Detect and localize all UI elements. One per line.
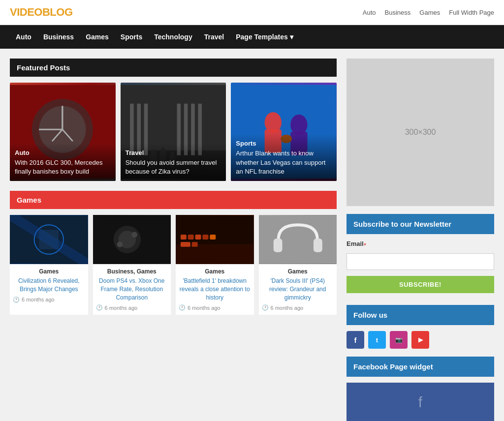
top-nav-business[interactable]: Business (385, 9, 411, 16)
featured-section: Featured Posts (10, 59, 337, 181)
facebook-widget-header: Facebook Page widget (346, 357, 494, 377)
youtube-button[interactable]: ▶ (411, 331, 429, 349)
featured-grid: Auto With 2016 GLC 300, Mercedes finally… (10, 83, 337, 181)
game-title-2[interactable]: 'Battlefield 1' breakdown reveals a clos… (179, 277, 251, 301)
ad-placeholder: 300×300 (346, 59, 494, 206)
featured-item-sports[interactable]: Sports Arthur Blank wants to know whethe… (231, 83, 337, 181)
svg-rect-31 (176, 244, 254, 264)
svg-rect-36 (210, 235, 216, 240)
nav-page-templates-label: Page Templates (236, 33, 288, 41)
featured-cat-sports: Sports (236, 140, 332, 147)
chevron-down-icon: ▾ (290, 33, 293, 41)
game-thumb-1 (93, 215, 171, 264)
game-time-0: 🕐 6 months ago (13, 297, 85, 303)
logo: VIDEOBLOG (10, 6, 73, 19)
game-cat-1: Business, Games (96, 268, 168, 275)
clock-icon-2: 🕐 (179, 304, 186, 311)
svg-rect-37 (181, 242, 190, 247)
game-thumb-0 (10, 215, 88, 264)
top-nav: Auto Business Games Full Width Page (363, 9, 494, 16)
svg-rect-32 (181, 235, 187, 240)
game-item-2[interactable]: Games 'Battlefield 1' breakdown reveals … (176, 215, 254, 315)
game-time-3: 🕐 6 months ago (262, 304, 334, 311)
main-container: Featured Posts (0, 49, 504, 421)
instagram-button[interactable]: 📷 (390, 331, 408, 349)
email-input[interactable] (346, 253, 494, 270)
game-cat-0: Games (13, 268, 85, 275)
nav-games[interactable]: Games (80, 25, 115, 49)
game-img-svg-2 (176, 215, 254, 264)
subscribe-button[interactable]: SUBSCRIBE! (346, 276, 494, 293)
game-time-2: 🕐 6 months ago (179, 304, 251, 311)
game-cat-2: Games (179, 268, 251, 275)
featured-title-auto: With 2016 GLC 300, Mercedes finally bani… (15, 158, 111, 176)
top-nav-full-width[interactable]: Full Width Page (449, 9, 494, 16)
svg-rect-40 (273, 239, 282, 252)
nav-technology[interactable]: Technology (148, 25, 198, 49)
game-img-svg-1 (93, 215, 171, 264)
ad-size-label: 300×300 (405, 128, 436, 137)
game-cat-3: Games (262, 268, 334, 275)
featured-header: Featured Posts (10, 59, 337, 77)
logo-text2: BLOG (42, 6, 73, 18)
clock-icon-3: 🕐 (262, 304, 269, 311)
featured-overlay-sports: Sports Arthur Blank wants to know whethe… (231, 134, 337, 181)
game-item-1[interactable]: Business, Games Doom PS4 vs. Xbox One Fr… (93, 215, 171, 315)
game-thumb-2 (176, 215, 254, 264)
top-nav-games[interactable]: Games (419, 9, 440, 16)
logo-text1: VIDEO (10, 6, 42, 18)
social-icons: f t 📷 ▶ (346, 331, 494, 349)
games-header: Games (10, 191, 337, 209)
sidebar: 300×300 Subscribe to our Newsletter Emai… (346, 59, 494, 421)
nav-sports[interactable]: Sports (115, 25, 148, 49)
game-item-3[interactable]: Games 'Dark Souls III' (PS4) review: Gra… (259, 215, 337, 315)
clock-icon-1: 🕐 (96, 304, 103, 311)
subscribe-header: Subscribe to our Newsletter (346, 214, 494, 234)
email-label: Email (346, 240, 364, 247)
main-nav: Auto Business Games Sports Technology Tr… (0, 25, 504, 49)
svg-rect-35 (202, 235, 208, 240)
required-star: * (364, 241, 366, 249)
game-time-1: 🕐 6 months ago (96, 304, 168, 311)
games-grid: Games Civilization 6 Revealed, Brings Ma… (10, 215, 337, 315)
nav-travel[interactable]: Travel (198, 25, 230, 49)
top-nav-auto[interactable]: Auto (363, 9, 376, 16)
svg-rect-39 (259, 215, 337, 264)
svg-rect-38 (192, 242, 198, 247)
featured-cat-auto: Auto (15, 149, 111, 156)
game-title-0[interactable]: Civilization 6 Revealed, Brings Major Ch… (13, 277, 85, 294)
nav-auto[interactable]: Auto (10, 25, 37, 49)
game-title-3[interactable]: 'Dark Souls III' (PS4) review: Grandeur … (262, 277, 334, 301)
featured-overlay-travel: Travel Should you avoid summer travel be… (121, 143, 226, 181)
games-section: Games Games Civilization 6 Revealed, Bri (10, 191, 337, 315)
featured-item-auto[interactable]: Auto With 2016 GLC 300, Mercedes finally… (10, 83, 116, 181)
game-img-svg-0 (10, 215, 88, 264)
top-bar: VIDEOBLOG Auto Business Games Full Width… (0, 0, 504, 25)
facebook-widget-preview: f (346, 383, 494, 421)
follow-header: Follow us (346, 305, 494, 325)
svg-rect-41 (313, 239, 322, 252)
nav-business[interactable]: Business (37, 25, 80, 49)
game-title-1[interactable]: Doom PS4 vs. Xbox One Frame Rate, Resolu… (96, 277, 168, 301)
facebook-button[interactable]: f (346, 331, 364, 349)
game-item-0[interactable]: Games Civilization 6 Revealed, Brings Ma… (10, 215, 88, 315)
featured-title-sports: Arthur Blank wants to know whether Las V… (236, 149, 332, 176)
game-thumb-3 (259, 215, 337, 264)
game-time-text-0: 6 months ago (22, 297, 55, 302)
game-info-3: Games 'Dark Souls III' (PS4) review: Gra… (259, 264, 337, 315)
game-time-text-2: 6 months ago (188, 305, 220, 311)
clock-icon-0: 🕐 (13, 297, 20, 303)
svg-point-29 (117, 241, 123, 247)
game-info-1: Business, Games Doom PS4 vs. Xbox One Fr… (93, 264, 171, 315)
twitter-button[interactable]: t (368, 331, 386, 349)
game-info-2: Games 'Battlefield 1' breakdown reveals … (176, 264, 254, 315)
game-time-text-3: 6 months ago (271, 305, 304, 311)
nav-page-templates[interactable]: Page Templates ▾ (230, 25, 299, 49)
game-time-text-1: 6 months ago (105, 305, 138, 311)
featured-item-travel[interactable]: Travel Should you avoid summer travel be… (121, 83, 226, 181)
content-area: Featured Posts (10, 59, 337, 421)
svg-point-28 (131, 232, 137, 238)
featured-title-travel: Should you avoid summer travel because o… (126, 158, 221, 176)
svg-rect-34 (195, 235, 201, 240)
svg-rect-33 (188, 235, 194, 240)
